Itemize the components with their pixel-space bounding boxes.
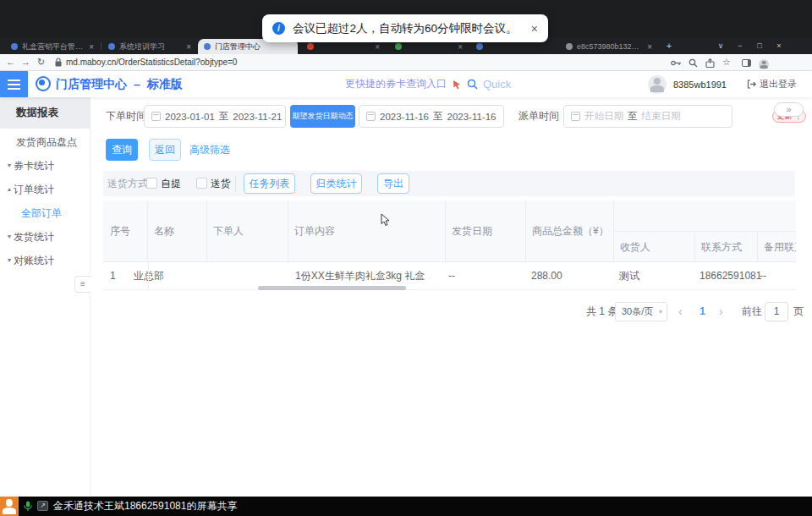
cell-ship-date: -- xyxy=(448,262,455,290)
lock-icon xyxy=(55,58,62,67)
toolbar-divider xyxy=(235,176,236,191)
sidebar-item-coupon-stats[interactable]: ▾ 券卡统计 xyxy=(0,154,91,178)
window-minimize-button[interactable]: − xyxy=(732,39,748,53)
delivery-checkbox[interactable] xyxy=(196,178,207,189)
sidebar-toggle-button[interactable] xyxy=(0,71,28,97)
app-edition: 标准版 xyxy=(147,77,183,92)
range-separator: 至 xyxy=(219,110,229,123)
mouse-cursor xyxy=(381,213,390,227)
col-header-contact: 联系方式 xyxy=(695,232,758,262)
app-logo-icon xyxy=(36,76,51,91)
cell-seq: 1 xyxy=(110,262,116,290)
tab-separator xyxy=(101,42,102,50)
date-from: 2023-01-01 xyxy=(165,112,215,122)
current-page[interactable]: 1 xyxy=(700,302,705,321)
sidebar-item-shipping-inventory[interactable]: 发货商品盘点 xyxy=(0,130,91,154)
tab-close-icon[interactable]: × xyxy=(375,42,380,52)
sidebar-item-delivery-stats[interactable]: ▾ 发货统计 xyxy=(0,225,91,249)
site-favicon-icon xyxy=(108,43,115,50)
browser-tab-hash[interactable]: e8c573980b1328a258fd2e6 × xyxy=(560,39,658,54)
sidebar-item-reconciliation-stats[interactable]: ▾ 对账统计 xyxy=(0,249,91,272)
site-favicon-icon xyxy=(476,43,483,50)
classify-stats-button[interactable]: 归类统计 xyxy=(310,173,362,194)
query-button[interactable]: 查询 xyxy=(106,139,138,161)
goto-page-input[interactable]: 1 xyxy=(765,302,788,321)
key-icon[interactable] xyxy=(671,60,682,66)
tab-search-chevron-icon[interactable]: ∨ xyxy=(713,39,728,53)
sidebar-item-label: 发货统计 xyxy=(14,225,54,249)
browser-tab-training[interactable]: 系统培训学习 × xyxy=(102,39,197,54)
bookmark-star-icon[interactable]: ☆ xyxy=(722,54,731,71)
page-size-select[interactable]: 30条/页 ▾ xyxy=(615,302,667,321)
sidebar-item-label: 全部订单 xyxy=(21,201,62,225)
reload-icon[interactable]: ↻ xyxy=(37,54,45,71)
date-from: 2023-11-16 xyxy=(380,112,429,122)
expected-date-range-input[interactable]: 2023-11-16 至 2023-11-16 xyxy=(359,105,504,128)
window-maximize-button[interactable]: □ xyxy=(752,39,767,53)
tab-close-icon[interactable]: × xyxy=(89,42,94,52)
prev-page-button[interactable]: ‹ xyxy=(678,302,683,321)
url-text[interactable]: md.maboy.cn/OrderStatisticsDetail?objtyp… xyxy=(66,54,237,71)
new-tab-button[interactable]: + xyxy=(663,41,675,51)
range-separator: 至 xyxy=(433,110,443,123)
cell-backup-contact: -- xyxy=(760,262,766,290)
title-separator: – xyxy=(134,78,140,91)
export-button[interactable]: 导出 xyxy=(377,173,409,194)
pagination-total: 共 1 条 xyxy=(586,302,617,321)
browser-tab-gift-platform[interactable]: 礼盒营销平台管理中心 × xyxy=(5,39,100,54)
table-toolbar: 送货方式 自提 送货 任务列表 归类统计 导出 xyxy=(103,171,795,196)
back-button[interactable]: 返回 xyxy=(149,139,181,161)
window-close-button[interactable]: × xyxy=(771,39,787,53)
pickup-checkbox[interactable] xyxy=(146,178,157,189)
quick-entry-area: 更快捷的券卡查询入口 Quick xyxy=(345,71,511,97)
quick-search-icon[interactable] xyxy=(467,79,478,90)
order-date-range-input[interactable]: 2023-01-01 至 2023-11-21 xyxy=(144,105,286,128)
start-date-placeholder: 开始日期 xyxy=(584,110,623,123)
quick-label[interactable]: Quick xyxy=(483,78,511,91)
sidebar-item-order-stats[interactable]: ▴ 订单统计 xyxy=(0,178,91,201)
chevron-up-icon: ▴ xyxy=(8,178,11,201)
sidebar-item-label: 券卡统计 xyxy=(14,154,54,178)
username: 8385wb1991 xyxy=(673,80,727,90)
sidebar-item-all-orders-active[interactable]: 全部订单 xyxy=(0,201,91,225)
toast-close-icon[interactable]: × xyxy=(531,22,538,36)
dispatch-date-range-input[interactable]: 开始日期 至 结束日期 xyxy=(563,105,732,128)
tab-close-icon[interactable]: × xyxy=(458,42,463,52)
forward-icon[interactable]: → xyxy=(21,54,30,71)
pickup-checkbox-label[interactable]: 自提 xyxy=(161,171,181,196)
toast-message: 会议已超过2人，自动转为60分钟限时会议。 xyxy=(293,21,518,36)
tab-label: 系统培训学习 xyxy=(119,41,182,52)
logout-icon xyxy=(747,80,756,89)
calendar-icon xyxy=(151,112,161,121)
expected-ship-date-button[interactable]: 期望发货日期动态 xyxy=(290,105,355,128)
site-favicon-icon xyxy=(307,43,314,50)
user-avatar-icon[interactable] xyxy=(648,75,667,94)
filter-expand-button[interactable]: » xyxy=(774,102,804,117)
chevron-down-icon: ▾ xyxy=(659,308,662,316)
share-icon[interactable] xyxy=(705,58,715,68)
browser-url-bar: ← → ↻ md.maboy.cn/OrderStatisticsDetail?… xyxy=(0,54,812,71)
quick-entry-link[interactable]: 更快捷的券卡查询入口 xyxy=(345,77,447,91)
tab-close-icon[interactable]: × xyxy=(186,42,191,52)
date-to: 2023-11-16 xyxy=(447,112,496,122)
logout-button[interactable]: 退出登录 xyxy=(747,78,797,91)
hamburger-icon xyxy=(8,80,20,81)
side-panel-icon[interactable] xyxy=(742,59,751,67)
tab-close-icon[interactable]: × xyxy=(647,42,652,52)
task-list-button[interactable]: 任务列表 xyxy=(244,173,295,194)
advanced-filter-link[interactable]: 高级筛选 xyxy=(189,139,230,161)
zoom-icon[interactable] xyxy=(689,58,698,68)
col-header-receiver: 收货人 xyxy=(614,232,695,262)
app-title: 门店管理中心 – 标准版 xyxy=(56,71,183,97)
horizontal-scrollbar[interactable] xyxy=(258,286,406,290)
table-row[interactable]: 1 业总部 1份XX生鲜羊肉礼盒3kg 礼盒 -- 288.00 测试 1866… xyxy=(103,262,796,290)
browser-profile-icon[interactable] xyxy=(759,59,769,69)
sidebar-collapse-handle[interactable]: ≡ xyxy=(74,276,91,293)
back-icon[interactable]: ← xyxy=(6,54,15,71)
calendar-icon xyxy=(571,112,580,121)
cell-receiver: 测试 xyxy=(619,262,639,290)
delivery-mode-label: 送货方式 xyxy=(107,171,148,196)
meeting-toast: i 会议已超过2人，自动转为60分钟限时会议。 × xyxy=(262,14,548,42)
delivery-checkbox-label[interactable]: 送货 xyxy=(211,171,231,196)
next-page-button[interactable]: › xyxy=(719,302,723,321)
